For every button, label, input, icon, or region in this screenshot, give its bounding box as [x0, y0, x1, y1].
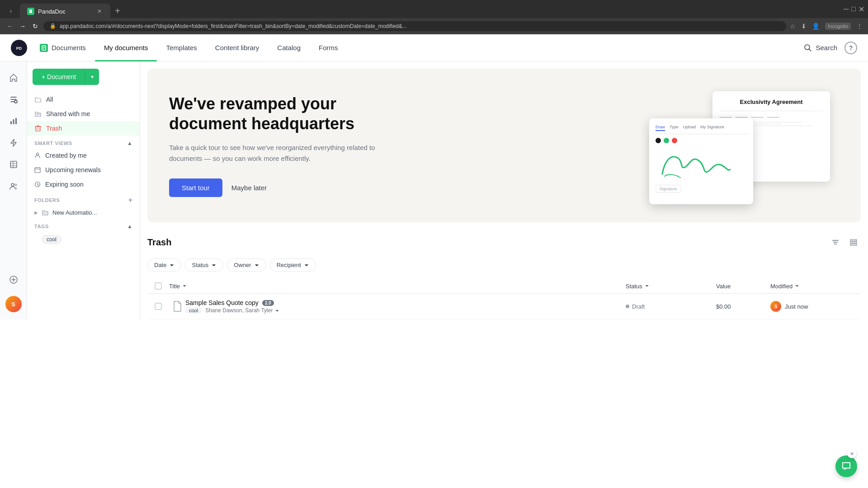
search-label: Search [816, 44, 837, 52]
owner-dropdown-icon[interactable] [274, 308, 280, 314]
owner-filter-label: Owner [234, 262, 251, 268]
signature-label: Signature [656, 185, 681, 193]
tags-section-header: TAGS ▲ [27, 219, 140, 231]
add-folder-icon[interactable]: + [128, 196, 132, 204]
clock-icon [34, 181, 41, 188]
bookmark-icon[interactable]: ☆ [790, 23, 796, 30]
folder-arrow-icon: ▶ [34, 210, 38, 215]
new-document-dropdown[interactable]: ▾ [85, 69, 99, 85]
sidebar-nav-upcoming-renewals-label: Upcoming renewals [45, 166, 101, 174]
row-owner: Shane Dawson, Sarah Tyler [205, 307, 280, 314]
color-dot-red [672, 138, 677, 143]
smart-views-collapse-icon[interactable]: ▲ [127, 140, 132, 146]
tags-label: TAGS [34, 224, 49, 229]
more-icon[interactable]: ⋮ [856, 23, 863, 30]
chat-bubble[interactable] [835, 455, 857, 477]
new-document-button[interactable]: + Document [33, 69, 85, 85]
tag-chip-cool[interactable]: cool [42, 235, 61, 244]
row-value: $0.00 [716, 303, 731, 310]
date-filter[interactable]: Date [147, 258, 181, 272]
reload-button[interactable]: ↻ [31, 23, 40, 30]
svg-rect-38 [850, 239, 857, 241]
sidebar-icon-table[interactable] [5, 155, 23, 174]
sidebar-nav-trash[interactable]: Trash [27, 121, 140, 136]
select-all-checkbox[interactable] [155, 282, 162, 290]
search-button[interactable]: Search [804, 44, 837, 52]
status-dot [626, 305, 629, 308]
maximize-button[interactable]: □ [851, 5, 856, 13]
minimize-button[interactable]: ─ [844, 5, 849, 13]
recipient-filter-label: Recipient [277, 262, 301, 268]
sidebar-nav-created-by-me[interactable]: Created by me [27, 148, 140, 163]
list-icon [849, 238, 858, 246]
nav-item-templates[interactable]: Templates [157, 34, 206, 61]
start-tour-button[interactable]: Start tour [169, 178, 222, 197]
col-header-modified[interactable]: Modified [770, 283, 861, 290]
nav-item-content-library[interactable]: Content library [206, 34, 269, 61]
profile-icon[interactable]: 👤 [812, 23, 820, 30]
nav-item-my-documents[interactable]: My documents [95, 34, 157, 61]
filter-arrow-icon [169, 263, 175, 268]
sidebar-nav-expiring-soon[interactable]: Expiring soon [27, 177, 140, 192]
color-dot-black [656, 138, 661, 143]
svg-rect-39 [850, 242, 857, 243]
file-icon [173, 301, 182, 312]
list-view-button[interactable] [846, 235, 861, 249]
sidebar-nav-upcoming-renewals[interactable]: Upcoming renewals [27, 163, 140, 177]
sidebar-icon-contacts[interactable] [5, 177, 23, 195]
help-button[interactable]: ? [844, 42, 857, 54]
row-checkbox[interactable] [155, 303, 162, 310]
table-row: Sample Sales Quote copy 2.0 cool Shane D… [147, 294, 861, 319]
documents-icon [40, 44, 48, 52]
address-text: app.pandadoc.com/a/#/documents-next?disp… [60, 23, 780, 29]
owner-filter[interactable]: Owner [227, 258, 266, 272]
browser-tab[interactable]: PandaDoc ✕ [20, 4, 110, 19]
doc-title[interactable]: Sample Sales Quote copy [185, 299, 259, 306]
sort-icon [831, 238, 840, 246]
nav-item-forms[interactable]: Forms [310, 34, 347, 61]
address-bar[interactable]: 🔒 app.pandadoc.com/a/#/documents-next?di… [43, 21, 786, 31]
new-tab-button[interactable]: + [110, 4, 125, 18]
person-icon [34, 152, 41, 159]
tab-close-button[interactable]: ✕ [96, 8, 103, 15]
col-header-value: Value [716, 283, 770, 290]
nav-label-forms: Forms [319, 44, 338, 52]
svg-rect-10 [13, 119, 14, 124]
sidebar-icon-tasks[interactable] [5, 90, 23, 108]
status-filter[interactable]: Status [185, 258, 223, 272]
download-icon[interactable]: ⬇ [801, 23, 807, 30]
sidebar-icon-lightning[interactable] [5, 134, 23, 152]
chat-close-button[interactable]: ✕ [847, 449, 856, 458]
row-modified-time: Just now [785, 303, 808, 310]
folder-label: New Automatio... [52, 209, 97, 216]
col-header-title[interactable]: Title [169, 283, 626, 290]
sidebar-nav-all[interactable]: All [27, 92, 140, 107]
smart-views-label: SMART VIEWS [34, 141, 72, 146]
row-tag[interactable]: cool [185, 307, 202, 314]
nav-item-catalog[interactable]: Catalog [268, 34, 310, 61]
sidebar-nav-shared[interactable]: Shared with me [27, 107, 140, 121]
sort-button[interactable] [828, 235, 843, 249]
tab-favicon [27, 8, 34, 15]
nav-item-documents[interactable]: Documents [31, 34, 95, 61]
row-modified-area: S Just now [770, 301, 861, 312]
sidebar-icon-add[interactable] [5, 271, 23, 289]
smart-views-section-header: SMART VIEWS ▲ [27, 136, 140, 148]
row-checkbox-area [147, 303, 169, 310]
sidebar-icon-analytics[interactable] [5, 112, 23, 130]
sidebar-nav-trash-label: Trash [46, 125, 62, 132]
col-header-status[interactable]: Status [626, 283, 716, 290]
close-button[interactable]: ✕ [859, 5, 864, 14]
sidebar-icon-home[interactable] [5, 69, 23, 87]
forward-button[interactable]: → [18, 23, 27, 30]
folder-item-new-automation[interactable]: ▶ New Automatio... [27, 206, 140, 219]
back-button[interactable]: ← [5, 23, 14, 30]
recipient-filter[interactable]: Recipient [270, 258, 316, 272]
tab-history-icon[interactable]: ‹ [4, 4, 18, 18]
banner-title: We've revamped your document headquarter… [169, 94, 395, 133]
tab-title: PandaDoc [38, 8, 66, 15]
tags-collapse-icon[interactable]: ▲ [127, 223, 132, 230]
user-avatar[interactable]: S [5, 296, 22, 312]
maybe-later-button[interactable]: Maybe later [231, 184, 267, 192]
extensions-icon[interactable]: Incognito [825, 23, 851, 30]
